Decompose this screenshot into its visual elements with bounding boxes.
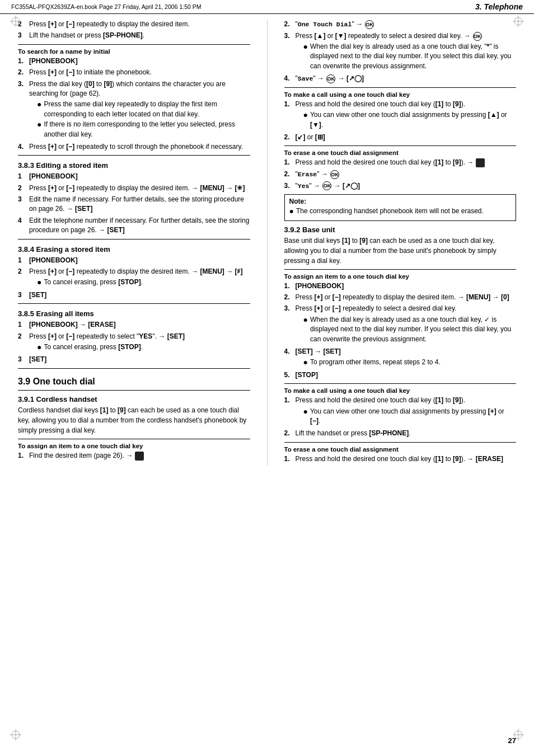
bullet-dot: ● xyxy=(289,206,294,216)
note-heading: Note: xyxy=(289,198,512,205)
step-number: 1. xyxy=(18,451,26,461)
step-content: Press [+] or [−] repeatedly to display t… xyxy=(29,267,250,289)
step-item: 2 Press [+] or [−] repeatedly to display… xyxy=(18,20,250,29)
step-item: 3. Press [+] or [−] repeatedly to select… xyxy=(284,304,517,345)
step-number: 3 xyxy=(18,31,26,40)
step-item: 1 [PHONEBOOK] xyxy=(18,256,250,265)
step-item: 4 Edit the telephone number if necessary… xyxy=(18,216,250,236)
step-item: 5. [STOP] xyxy=(284,370,517,380)
step-item: 1. [PHONEBOOK] xyxy=(284,281,517,291)
step-content: Press [+] or [−] repeatedly to display t… xyxy=(296,293,517,302)
divider xyxy=(18,155,250,156)
step-content: Find the desired item (page 26). → xyxy=(29,451,250,461)
bullet-dot: ● xyxy=(303,407,308,426)
step-item: 1 [PHONEBOOK] → [ERASE] xyxy=(18,320,250,330)
step-item: 1. Press and hold the desired one touch … xyxy=(284,100,517,131)
bullet-item: ● If there is no item corresponding to t… xyxy=(37,120,250,139)
step-number: 2. xyxy=(284,133,292,142)
bullet-item: ● You can view other one touch dial assi… xyxy=(303,110,517,130)
step-content: Press [+] or [−] repeatedly to select "Y… xyxy=(29,332,250,354)
edit-steps: 1 [PHONEBOOK] 2 Press [+] or [−] repeate… xyxy=(18,172,250,235)
divider xyxy=(18,44,250,45)
step-content: [PHONEBOOK] xyxy=(29,172,250,181)
bullet-list: ● Press the same dial key repeatedly to … xyxy=(37,100,250,139)
bullet-dot: ● xyxy=(303,110,308,130)
corner-mark-tr xyxy=(513,16,524,27)
proc-heading-call-base: To make a call using a one touch dial ke… xyxy=(284,387,517,394)
section-heading-39: 3.9 One touch dial xyxy=(18,377,250,387)
step-number: 3 xyxy=(18,195,26,214)
bullet-list: ● To cancel erasing, press [STOP]. xyxy=(37,278,250,287)
step-content: [SET] → [SET] ● To program other items, … xyxy=(296,347,517,369)
section-heading-384: 3.8.4 Erasing a stored item xyxy=(18,245,250,253)
bullet-dot: ● xyxy=(37,342,41,352)
step-item: 3 Edit the name if necessary. For furthe… xyxy=(18,195,250,214)
note-bullet-list: ● The corresponding handset phonebook it… xyxy=(289,206,512,216)
bullet-dot: ● xyxy=(303,42,308,71)
step-number: 1 xyxy=(18,172,26,181)
section-heading-392: 3.9.2 Base unit xyxy=(284,226,517,234)
bullet-text: When the dial key is already used as a o… xyxy=(310,42,516,71)
divider xyxy=(18,368,250,369)
step-number: 2. xyxy=(284,429,292,438)
ok-button-icon: OK xyxy=(473,32,482,41)
step-item: 3 [SET] xyxy=(18,355,250,364)
step-number: 2. xyxy=(18,68,26,77)
step-content: [↙] or [⊞] xyxy=(296,133,517,142)
step-content: Lift the handset or press [SP-PHONE]. xyxy=(29,31,250,40)
step-item: 3. Press [▲] or [▼] repeatedly to select… xyxy=(284,31,517,73)
ok-button-icon: OK xyxy=(322,181,331,190)
step-number: 3. xyxy=(284,31,292,73)
step-item: 2. Press [+] or [−] repeatedly to displa… xyxy=(284,293,517,302)
bullet-list: ● You can view other one touch dial assi… xyxy=(303,110,517,130)
step-number: 2 xyxy=(18,267,26,289)
bullet-list: ● To program other items, repeat steps 2… xyxy=(303,358,517,367)
bullet-item: ● To cancel erasing, press [STOP]. xyxy=(37,342,250,352)
step-item: 2. "One Touch Dial" → OK xyxy=(284,20,517,30)
step-item: 2. Press [+] or [−] to initiate the phon… xyxy=(18,68,250,77)
bullet-item: ● When the dial key is already used as a… xyxy=(303,315,517,344)
step-content: Press [+] or [−] repeatedly to display t… xyxy=(29,20,250,29)
assign-handset-cont-steps: 2. "One Touch Dial" → OK 3. Press [▲] or… xyxy=(284,20,517,84)
bullet-list: ● You can view other one touch dial assi… xyxy=(303,407,517,426)
corner-mark-bl xyxy=(10,729,21,740)
step-content: "Save" → OK → [↗◯] xyxy=(296,74,517,84)
proc-heading-erase-base: To erase a one touch dial assignment xyxy=(284,446,517,453)
bullet-text: Press the same dial key repeatedly to di… xyxy=(44,100,250,119)
header-bar: FC355AL-PFQX2639ZA-en.book Page 27 Frida… xyxy=(0,0,534,14)
divider xyxy=(18,439,250,439)
step-item: 2 Press [+] or [−] repeatedly to display… xyxy=(18,184,250,193)
step-content: Press [+] or [−] to initiate the phonebo… xyxy=(29,68,250,77)
erase-all-steps: 1 [PHONEBOOK] → [ERASE] 2 Press [+] or [… xyxy=(18,320,250,365)
divider xyxy=(284,442,517,443)
step-number: 1 xyxy=(18,320,26,330)
note-bullet-item: ● The corresponding handset phonebook it… xyxy=(289,206,512,216)
bullet-list: ● To cancel erasing, press [STOP]. xyxy=(37,342,250,352)
step-number: 4. xyxy=(284,347,292,369)
divider xyxy=(18,239,250,240)
step-content: Press [+] or [−] repeatedly to display t… xyxy=(29,184,250,193)
left-column: 2 Press [+] or [−] repeatedly to display… xyxy=(18,20,256,466)
bullet-dot: ● xyxy=(303,358,308,367)
step-content: "Erase" → OK xyxy=(296,170,517,180)
step-number: 3. xyxy=(284,304,292,345)
step-content: [STOP] xyxy=(296,370,517,380)
step-content: Press [+] or [−] repeatedly to scroll th… xyxy=(29,142,250,152)
assign-handset-steps: 1. Find the desired item (page 26). → xyxy=(18,451,250,461)
step-content: Press [▲] or [▼] repeatedly to select a … xyxy=(296,31,517,73)
page-number: 27 xyxy=(508,736,516,745)
step-item: 4. Press [+] or [−] repeatedly to scroll… xyxy=(18,142,250,152)
step-content: "One Touch Dial" → OK xyxy=(296,20,517,30)
divider xyxy=(284,269,517,270)
divider xyxy=(284,87,517,88)
step-item: 1. Find the desired item (page 26). → xyxy=(18,451,250,461)
proc-heading-call-handset: To make a call using a one touch dial ke… xyxy=(284,91,517,98)
step-content: Press the dial key ([0] to [9]) which co… xyxy=(29,79,250,140)
step-content: [PHONEBOOK] → [ERASE] xyxy=(29,320,250,330)
assign-base-steps: 1. [PHONEBOOK] 2. Press [+] or [−] repea… xyxy=(284,281,517,381)
search-steps: 1. [PHONEBOOK] 2. Press [+] or [−] to in… xyxy=(18,57,250,152)
step-item: 1. Press and hold the desired one touch … xyxy=(284,454,517,464)
intro-steps: 2 Press [+] or [−] repeatedly to display… xyxy=(18,20,250,41)
step-content: Edit the telephone number if necessary. … xyxy=(29,216,250,236)
bullet-dot: ● xyxy=(37,278,41,287)
